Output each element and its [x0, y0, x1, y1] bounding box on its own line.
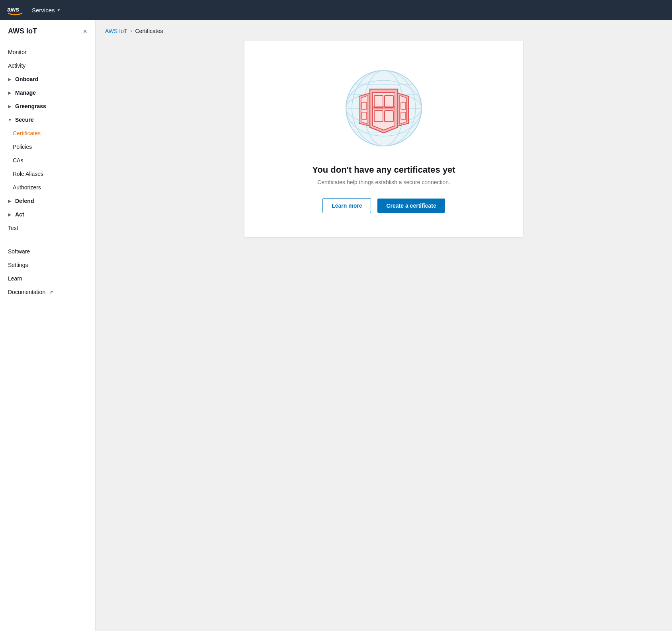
create-certificate-button[interactable]: Create a certificate	[377, 199, 445, 213]
arrow-down-icon: ▼	[8, 118, 13, 122]
sidebar-title: AWS IoT	[8, 27, 37, 35]
sidebar-item-onboard[interactable]: ▶ Onboard	[0, 72, 95, 86]
svg-rect-18	[401, 102, 406, 109]
certificate-illustration	[340, 64, 428, 152]
sidebar-item-act[interactable]: ▶ Act	[0, 208, 95, 221]
nav-divider	[0, 238, 95, 238]
breadcrumb: AWS IoT › Certificates	[105, 28, 662, 34]
sidebar-item-defend[interactable]: ▶ Defend	[0, 194, 95, 208]
arrow-icon: ▶	[8, 77, 13, 82]
svg-rect-16	[385, 111, 393, 122]
sidebar-item-secure[interactable]: ▼ Secure	[0, 113, 95, 127]
svg-rect-15	[374, 111, 383, 122]
sidebar-header: AWS IoT ×	[0, 20, 95, 42]
arrow-icon: ▶	[8, 91, 13, 95]
sidebar-item-cas[interactable]: CAs	[0, 154, 95, 167]
sidebar-item-greengrass[interactable]: ▶ Greengrass	[0, 99, 95, 113]
external-link-icon: ↗	[49, 290, 53, 295]
chevron-down-icon: ▼	[57, 8, 61, 12]
sidebar-item-software[interactable]: Software	[0, 245, 95, 258]
sidebar-item-test[interactable]: Test	[0, 221, 95, 235]
svg-rect-11	[362, 102, 367, 109]
sidebar-footer: Software Settings Learn Documentation ↗	[0, 241, 95, 305]
empty-state-description: Certificates help things establish a sec…	[317, 179, 450, 185]
svg-rect-13	[374, 95, 383, 107]
aws-logo: aws	[6, 4, 24, 16]
sidebar: AWS IoT × Monitor Activity ▶ Onboard ▶ M…	[0, 20, 96, 631]
sidebar-item-certificates[interactable]: Certificates	[0, 127, 95, 140]
services-button[interactable]: Services ▼	[32, 7, 61, 14]
svg-rect-19	[401, 112, 406, 119]
arrow-icon: ▶	[8, 212, 13, 217]
empty-state-title: You don't have any certificates yet	[312, 165, 455, 175]
svg-rect-17	[373, 106, 395, 109]
sidebar-item-monitor[interactable]: Monitor	[0, 45, 95, 59]
main-content: AWS IoT › Certificates	[96, 20, 672, 631]
breadcrumb-aws-iot-link[interactable]: AWS IoT	[105, 28, 127, 34]
svg-text:aws: aws	[7, 6, 19, 13]
close-sidebar-button[interactable]: ×	[83, 28, 87, 35]
breadcrumb-current: Certificates	[135, 28, 163, 34]
top-navigation: aws Services ▼	[0, 0, 672, 20]
breadcrumb-separator: ›	[131, 28, 132, 34]
sidebar-item-role-aliases[interactable]: Role Aliases	[0, 167, 95, 181]
svg-rect-12	[362, 112, 367, 119]
sidebar-item-authorizers[interactable]: Authorizers	[0, 181, 95, 194]
learn-more-button[interactable]: Learn more	[322, 198, 371, 213]
svg-rect-14	[385, 95, 393, 107]
arrow-icon: ▶	[8, 199, 13, 203]
arrow-icon: ▶	[8, 104, 13, 109]
aws-logo-svg: aws	[6, 4, 24, 16]
sidebar-item-manage[interactable]: ▶ Manage	[0, 86, 95, 99]
sidebar-item-documentation[interactable]: Documentation ↗	[0, 285, 95, 299]
sidebar-item-policies[interactable]: Policies	[0, 140, 95, 154]
action-buttons: Learn more Create a certificate	[322, 198, 445, 213]
empty-state-card: You don't have any certificates yet Cert…	[244, 41, 523, 237]
sidebar-item-learn[interactable]: Learn	[0, 272, 95, 285]
sidebar-item-settings[interactable]: Settings	[0, 258, 95, 272]
services-label: Services	[32, 7, 55, 14]
sidebar-item-activity[interactable]: Activity	[0, 59, 95, 72]
sidebar-navigation: Monitor Activity ▶ Onboard ▶ Manage ▶ Gr…	[0, 42, 95, 631]
